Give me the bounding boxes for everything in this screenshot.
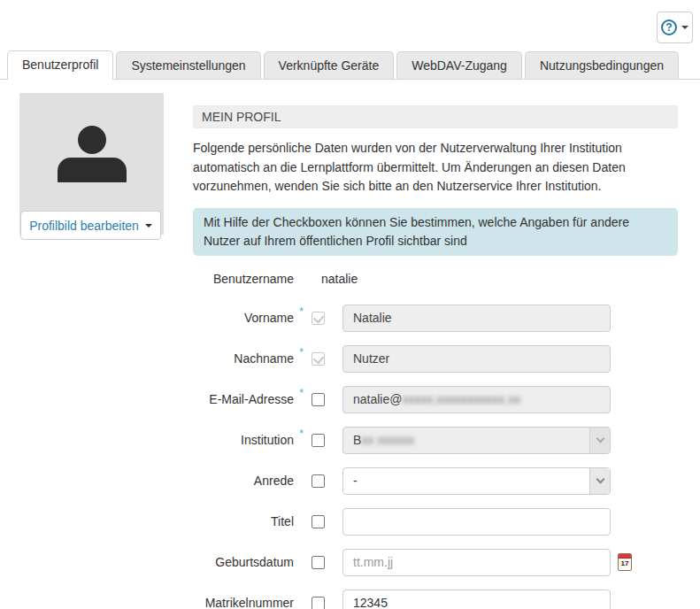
matrikelnummer-input[interactable]: 12345: [342, 590, 611, 609]
institution-label: Institution*: [193, 433, 294, 447]
benutzername-value: natalie: [321, 272, 358, 286]
anrede-visibility-checkbox[interactable]: [312, 474, 325, 488]
anrede-selected-value: -: [353, 474, 358, 488]
form-row-anrede: Anrede -: [193, 467, 678, 495]
calendar-icon[interactable]: 17: [618, 553, 632, 571]
calendar-icon-day: 17: [619, 559, 631, 569]
intro-text: Folgende persönliche Daten wurden von de…: [193, 139, 678, 197]
profile-form: Benutzername natalie Vorname* Natalie Na…: [193, 272, 678, 609]
nachname-label: Nachname*: [193, 351, 294, 366]
institution-select: Bxx xxxxxx: [342, 427, 611, 454]
email-redacted-part: xxxxx.xxxxxxxxxxx.xx: [402, 392, 520, 406]
form-row-institution: Institution* Bxx xxxxxx: [193, 427, 678, 454]
geburtsdatum-placeholder: tt.mm.jj: [353, 555, 393, 569]
form-row-nachname: Nachname* Nutzer: [193, 345, 678, 373]
checkbox-column: [294, 474, 342, 488]
vorname-label: Vorname*: [193, 311, 294, 325]
edit-profile-picture-label: Profilbild bearbeiten: [29, 219, 139, 233]
titel-visibility-checkbox[interactable]: [312, 515, 325, 528]
anrede-select[interactable]: -: [342, 467, 611, 495]
checkbox-info-box: Mit Hilfe der Checkboxen können Sie best…: [193, 208, 678, 256]
form-row-titel: Titel: [193, 508, 678, 536]
form-row-benutzername: Benutzername natalie: [193, 272, 678, 286]
benutzername-label: Benutzername: [193, 272, 294, 286]
institution-label-text: Institution: [241, 433, 294, 447]
chevron-down-icon: [596, 475, 604, 484]
checkbox-column: [294, 556, 342, 569]
email-label: E-Mail-Adresse*: [193, 392, 294, 406]
chevron-down-icon: [681, 26, 688, 29]
form-row-geburtsdatum: Geburtsdatum tt.mm.jj 17: [193, 549, 678, 576]
vorname-visibility-checkbox: [312, 312, 325, 325]
matrikelnummer-visibility-checkbox[interactable]: [312, 597, 325, 609]
geburtsdatum-visibility-checkbox[interactable]: [312, 556, 325, 569]
matrikelnummer-label: Matrikelnummer: [193, 596, 294, 609]
tab-systemeinstellungen[interactable]: Systemeinstellungen: [116, 51, 260, 79]
email-visibility-checkbox[interactable]: [312, 393, 325, 406]
institution-visible-part: B: [353, 433, 361, 447]
profile-content: Profilbild bearbeiten MEIN PROFIL Folgen…: [0, 80, 700, 609]
select-chevron-box: [589, 428, 610, 453]
geburtsdatum-label: Geburtsdatum: [193, 555, 294, 569]
form-row-vorname: Vorname* Natalie: [193, 304, 678, 332]
titel-input[interactable]: [342, 508, 611, 536]
help-button[interactable]: ?: [657, 12, 693, 43]
required-asterisk: *: [299, 346, 304, 358]
help-icon: ?: [661, 19, 677, 35]
email-input: natalie@xxxxx.xxxxxxxxxxx.xx: [342, 386, 611, 413]
chevron-down-icon: [145, 224, 152, 227]
nachname-visibility-checkbox: [312, 352, 325, 366]
person-icon: [55, 126, 129, 182]
chevron-down-icon: [596, 435, 604, 443]
tab-bar: Benutzerprofil Systemeinstellungen Verkn…: [0, 50, 700, 80]
vorname-label-text: Vorname: [244, 311, 294, 325]
form-row-matrikelnummer: Matrikelnummer 12345: [193, 590, 678, 609]
form-row-email: E-Mail-Adresse* natalie@xxxxx.xxxxxxxxxx…: [193, 386, 678, 413]
geburtsdatum-input[interactable]: tt.mm.jj: [342, 549, 611, 576]
tab-benutzerprofil[interactable]: Benutzerprofil: [7, 50, 113, 80]
checkbox-column: [294, 597, 342, 609]
section-title: MEIN PROFIL: [193, 105, 678, 128]
anrede-label: Anrede: [193, 474, 294, 488]
checkbox-column: [294, 515, 342, 528]
required-asterisk: *: [299, 387, 304, 399]
required-asterisk: *: [299, 428, 304, 440]
tab-webdav-zugang[interactable]: WebDAV-Zugang: [396, 51, 522, 79]
profile-image-placeholder: Profilbild bearbeiten: [19, 93, 164, 235]
edit-profile-picture-button[interactable]: Profilbild bearbeiten: [20, 211, 161, 240]
nachname-input: Nutzer: [342, 345, 611, 373]
tab-verknuepfte-geraete[interactable]: Verknüpfte Geräte: [264, 51, 395, 79]
main-column: MEIN PROFIL Folgende persönliche Daten w…: [193, 93, 678, 609]
titel-label: Titel: [193, 514, 294, 528]
select-chevron-box: [589, 468, 610, 494]
email-label-text: E-Mail-Adresse: [209, 392, 294, 406]
tab-nutzungsbedingungen[interactable]: Nutzungsbedingungen: [525, 51, 679, 79]
nachname-label-text: Nachname: [234, 351, 294, 366]
required-asterisk: *: [299, 305, 304, 318]
vorname-input: Natalie: [342, 304, 611, 332]
avatar-column: Profilbild bearbeiten: [19, 93, 164, 609]
email-visible-part: natalie@: [353, 392, 402, 406]
institution-visibility-checkbox[interactable]: [312, 434, 325, 447]
institution-redacted-part: xx xxxxxx: [361, 433, 414, 447]
